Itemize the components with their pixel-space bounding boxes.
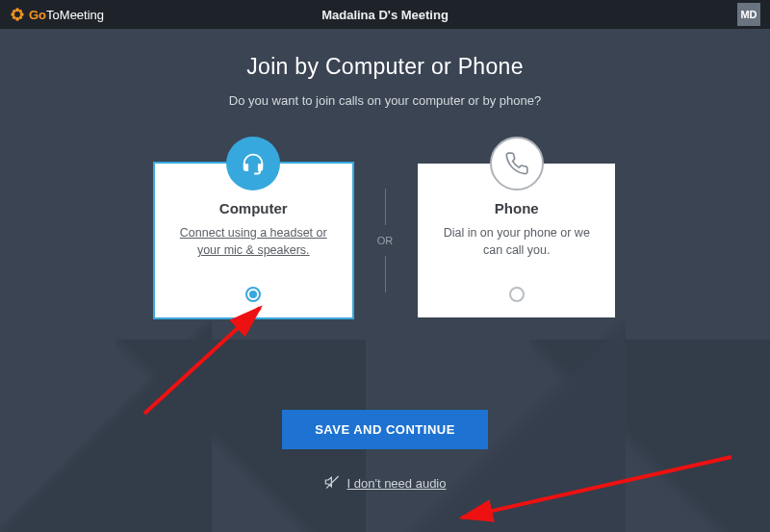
svg-point-7 xyxy=(19,16,22,19)
svg-point-4 xyxy=(13,10,15,13)
divider-line-top xyxy=(385,189,386,225)
card-phone-desc: Dial in on your phone or we can call you… xyxy=(435,224,598,259)
radio-computer[interactable] xyxy=(245,287,261,302)
radio-phone[interactable] xyxy=(509,287,525,302)
card-computer-title: Computer xyxy=(172,200,335,216)
options-divider: OR xyxy=(377,189,394,292)
audio-option-cards: Computer Connect using a headset or your… xyxy=(0,164,770,317)
svg-point-3 xyxy=(20,13,24,16)
main-content: Join by Computer or Phone Do you want to… xyxy=(0,29,770,494)
speaker-muted-icon xyxy=(324,474,340,493)
svg-point-2 xyxy=(11,13,14,16)
card-computer-desc: Connect using a headset or your mic & sp… xyxy=(172,224,335,259)
svg-point-1 xyxy=(15,17,19,21)
no-audio-label: I don't need audio xyxy=(347,476,447,491)
page-subtitle: Do you want to join calls on your comput… xyxy=(0,93,770,108)
option-card-computer[interactable]: Computer Connect using a headset or your… xyxy=(155,164,352,317)
phone-icon xyxy=(490,137,544,190)
meeting-title: Madalina D's Meeting xyxy=(321,8,449,22)
svg-point-0 xyxy=(15,8,19,12)
brand-go: Go xyxy=(29,8,46,22)
save-and-continue-button[interactable]: SAVE AND CONTINUE xyxy=(282,410,488,449)
page-title: Join by Computer or Phone xyxy=(0,54,770,80)
brand-to: To xyxy=(46,8,60,22)
option-card-phone[interactable]: Phone Dial in on your phone or we can ca… xyxy=(418,164,615,317)
card-phone-title: Phone xyxy=(435,200,598,216)
svg-line-8 xyxy=(326,476,339,489)
avatar[interactable]: MD xyxy=(737,3,760,26)
svg-point-6 xyxy=(13,16,15,19)
divider-label: OR xyxy=(377,235,394,246)
app-header: GoToMeeting Madalina D's Meeting MD xyxy=(0,0,770,29)
brand-meeting: Meeting xyxy=(60,8,104,22)
brand-logo: GoToMeeting xyxy=(10,7,104,22)
divider-line-bottom xyxy=(385,256,386,292)
no-audio-link[interactable]: I don't need audio xyxy=(324,474,447,493)
svg-point-5 xyxy=(19,10,22,13)
headset-icon xyxy=(226,137,280,190)
flower-icon xyxy=(10,7,25,22)
